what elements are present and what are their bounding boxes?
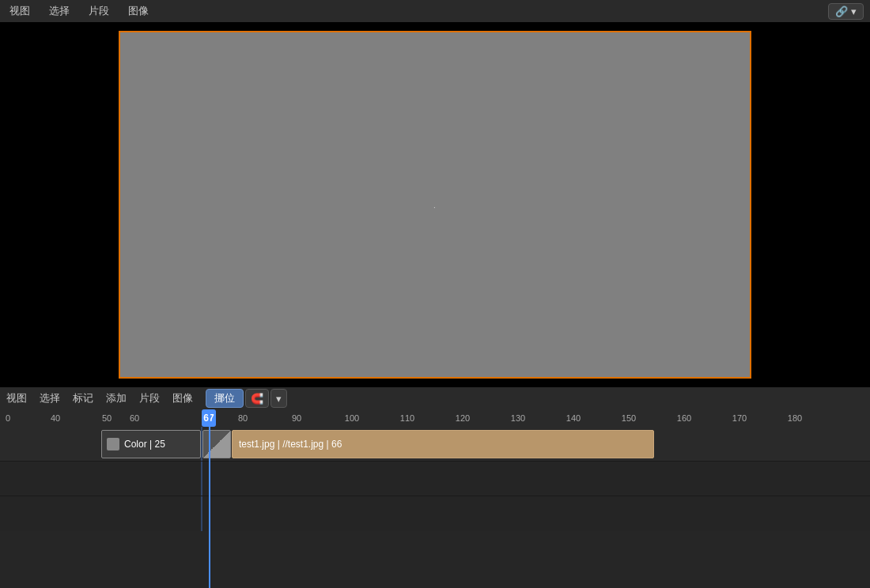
seq-menu-marker[interactable]: 标记 (73, 391, 93, 405)
timeline-tracks: Color | 25 test1.jpg | //test1.jpg | 66 (0, 427, 870, 588)
preview-area: · (0, 22, 870, 387)
ruler-tick-150: 150 (622, 413, 636, 423)
color-clip-label: Color | 25 (124, 439, 165, 450)
top-menu-bar: 视图 选择 片段 图像 🔗 ▾ (0, 0, 870, 22)
ruler-tick-100: 100 (345, 413, 359, 423)
ruler-tick-80: 80 (238, 413, 248, 423)
seq-menu-clip[interactable]: 片段 (139, 391, 160, 405)
seq-menu-view[interactable]: 视图 (6, 391, 27, 405)
image-clip[interactable]: test1.jpg | //test1.jpg | 66 (232, 430, 654, 458)
top-menu-select[interactable]: 选择 (46, 2, 73, 20)
playhead-col-overlay (201, 427, 202, 461)
ruler-tick-140: 140 (566, 413, 581, 423)
snapping-button[interactable]: 挪位 (206, 389, 244, 408)
timeline-ruler: 0 40 50 60 67 80 90 100 110 120 130 140 … (0, 409, 870, 427)
snapping-group: 挪位 🧲 ▾ (206, 389, 287, 408)
ruler-tick-0: 0 (6, 413, 10, 423)
ruler-tick-110: 110 (400, 413, 414, 423)
sequencer-menu-bar: 视图 选择 标记 添加 片段 图像 挪位 🧲 ▾ (0, 387, 870, 409)
chevron-down-icon: ▾ (851, 6, 857, 17)
track-row-2 (0, 462, 870, 496)
playhead-col-overlay-3 (201, 496, 202, 531)
seq-menu-image[interactable]: 图像 (172, 391, 193, 405)
top-menu-clip[interactable]: 片段 (85, 2, 112, 20)
ruler-tick-50: 50 (102, 413, 112, 423)
ruler-tick-120: 120 (456, 413, 470, 423)
ruler-tick-90: 90 (292, 413, 301, 423)
ruler-tick-40: 40 (51, 413, 60, 423)
chevron-icon-button[interactable]: ▾ (270, 389, 287, 408)
playhead-line (209, 409, 210, 588)
link-icon: 🔗 (835, 6, 848, 17)
transition-clip[interactable] (202, 430, 231, 458)
ruler-tick-180: 180 (788, 413, 802, 423)
top-icon-button[interactable]: 🔗 ▾ (828, 3, 864, 20)
ruler-tick-60: 60 (130, 413, 139, 423)
preview-canvas: · (119, 31, 751, 379)
track-row-1: Color | 25 test1.jpg | //test1.jpg | 66 (0, 427, 870, 462)
image-clip-label: test1.jpg | //test1.jpg | 66 (239, 439, 342, 450)
preview-crosshair: · (433, 203, 437, 206)
color-clip[interactable]: Color | 25 (101, 430, 201, 458)
ruler-numbers: 0 40 50 60 67 80 90 100 110 120 130 140 … (0, 409, 870, 427)
top-menu-view[interactable]: 视图 (6, 2, 33, 20)
seq-menu-select[interactable]: 选择 (40, 391, 60, 405)
playhead-col-overlay-2 (201, 462, 202, 496)
seq-menu-add[interactable]: 添加 (106, 391, 127, 405)
ruler-tick-170: 170 (732, 413, 747, 423)
magnet-icon-button[interactable]: 🧲 (245, 389, 269, 408)
ruler-tick-160: 160 (677, 413, 691, 423)
track-row-3 (0, 496, 870, 531)
ruler-tick-130: 130 (511, 413, 525, 423)
top-menu-image[interactable]: 图像 (125, 2, 152, 20)
